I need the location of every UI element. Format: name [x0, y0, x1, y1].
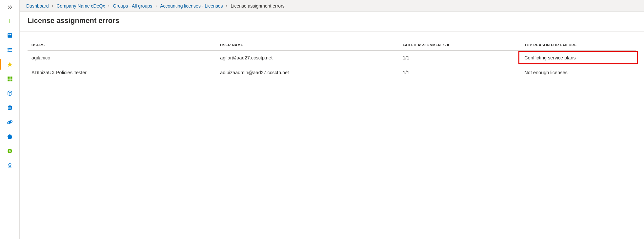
- svg-rect-1: [8, 34, 10, 35]
- cell-failed: 1/1: [399, 65, 520, 80]
- cosmos-icon: [7, 119, 13, 125]
- cell-failed: 1/1: [399, 51, 520, 65]
- table-row[interactable]: ADIbizaUX Policies Testeradibizaadmin@aa…: [28, 65, 636, 80]
- page-header: License assignment errors: [20, 12, 644, 32]
- svg-rect-10: [9, 78, 10, 80]
- cell-username: adibizaadmin@aad27.ccsctp.net: [216, 65, 399, 80]
- cell-users: agilanico: [28, 51, 216, 65]
- sidebar-item-new[interactable]: [3, 14, 16, 28]
- sidebar-item-advisor[interactable]: [3, 159, 16, 172]
- app-grid-icon: [7, 76, 13, 82]
- chevron-right-icon: ›: [106, 4, 111, 8]
- breadcrumb-link-dashboard[interactable]: Dashboard: [26, 3, 49, 9]
- svg-rect-6: [8, 76, 9, 78]
- chevron-right-icon: ›: [50, 4, 55, 8]
- col-failed[interactable]: FAILED ASSIGNMENTS #: [399, 40, 520, 51]
- star-icon: [7, 61, 13, 68]
- cell-reason: Not enough licenses: [520, 65, 636, 80]
- add-icon: [7, 18, 13, 24]
- svg-rect-2: [10, 34, 11, 35]
- svg-rect-12: [8, 80, 9, 81]
- breadcrumb-link-licenses[interactable]: Accounting licenses - Licenses: [160, 3, 223, 9]
- sql-icon: SQL: [7, 104, 13, 111]
- chevron-right-icon: ›: [224, 4, 230, 8]
- page-title: License assignment errors: [28, 16, 636, 25]
- chevron-right-icon: ›: [153, 4, 159, 8]
- svg-rect-8: [11, 76, 12, 78]
- sidebar-item-appgrid[interactable]: [3, 72, 16, 85]
- left-sidebar: SQL $: [0, 0, 20, 239]
- list-icon: [7, 47, 13, 53]
- svg-rect-9: [8, 78, 9, 80]
- svg-point-5: [8, 51, 8, 52]
- svg-point-21: [9, 163, 11, 166]
- cell-username: agilar@aad27.ccsctp.net: [216, 51, 399, 65]
- main-content: Dashboard › Company Name cDeQx › Groups …: [20, 0, 644, 239]
- sidebar-item-sql[interactable]: SQL: [3, 101, 16, 114]
- svg-rect-11: [11, 78, 12, 80]
- breadcrumb: Dashboard › Company Name cDeQx › Groups …: [20, 0, 644, 12]
- table-header-row: USERS USER NAME FAILED ASSIGNMENTS # TOP…: [28, 40, 636, 51]
- breadcrumb-current: License assignment errors: [231, 3, 285, 9]
- svg-text:$: $: [9, 150, 10, 153]
- sidebar-item-dashboard[interactable]: [3, 29, 16, 42]
- svg-point-4: [8, 50, 8, 50]
- cell-reason: Conflicting service plans: [520, 51, 636, 65]
- col-reason[interactable]: TOP REASON FOR FAILURE: [520, 40, 636, 51]
- svg-rect-14: [11, 80, 12, 81]
- sidebar-item-favorites[interactable]: [3, 58, 16, 71]
- cost-icon: $: [7, 148, 13, 154]
- svg-point-17: [9, 121, 11, 123]
- chevron-expand-icon: [7, 4, 13, 11]
- svg-rect-7: [9, 76, 10, 78]
- svg-point-3: [8, 48, 8, 49]
- breadcrumb-link-company[interactable]: Company Name cDeQx: [57, 3, 105, 9]
- sidebar-expand-toggle[interactable]: [3, 3, 16, 12]
- dashboard-icon: [7, 32, 13, 39]
- sidebar-item-cost[interactable]: $: [3, 144, 16, 158]
- breadcrumb-link-groups[interactable]: Groups - All groups: [113, 3, 152, 9]
- col-users[interactable]: USERS: [28, 40, 216, 51]
- sidebar-item-cosmos[interactable]: [3, 116, 16, 129]
- svg-text:SQL: SQL: [8, 107, 11, 109]
- errors-table-wrap: USERS USER NAME FAILED ASSIGNMENTS # TOP…: [20, 32, 644, 80]
- sidebar-item-list[interactable]: [3, 43, 16, 56]
- col-username[interactable]: USER NAME: [216, 40, 399, 51]
- svg-rect-0: [8, 33, 12, 38]
- sidebar-item-aad[interactable]: [3, 130, 16, 143]
- cube-icon: [7, 90, 13, 97]
- sidebar-item-cube[interactable]: [3, 87, 16, 100]
- aad-icon: [7, 133, 13, 140]
- advisor-icon: [7, 162, 13, 169]
- cell-users: ADIbizaUX Policies Tester: [28, 65, 216, 80]
- svg-rect-13: [9, 80, 10, 81]
- errors-table: USERS USER NAME FAILED ASSIGNMENTS # TOP…: [28, 40, 636, 80]
- table-row[interactable]: agilanicoagilar@aad27.ccsctp.net1/1Confl…: [28, 51, 636, 65]
